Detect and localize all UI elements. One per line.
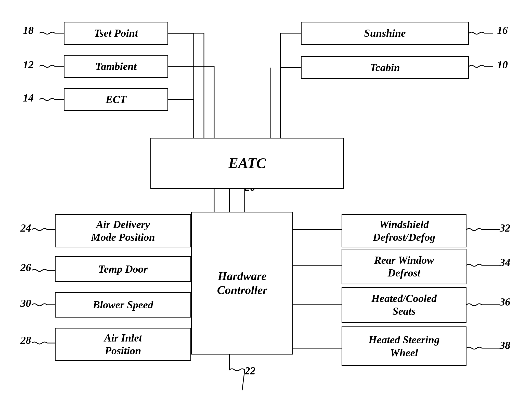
diagram: 18 12 14 16 10 20 22 24 26 30 28 32 34 3… (0, 0, 532, 417)
label-26: 26 (20, 261, 31, 274)
sunshine-box: Sunshine (301, 22, 469, 45)
ect-box: ECT (64, 88, 168, 111)
blower-speed-box: Blower Speed (55, 292, 191, 318)
label-38: 38 (500, 339, 510, 351)
heated-cooled-seats-box: Heated/Cooled Seats (342, 287, 466, 323)
temp-door-box: Temp Door (55, 256, 191, 282)
label-18: 18 (23, 24, 34, 36)
label-10: 10 (497, 59, 508, 71)
eatc-box: EATC (150, 138, 344, 189)
label-14: 14 (23, 92, 34, 104)
tset-point-box: Tset Point (64, 22, 168, 45)
air-delivery-box: Air Delivery Mode Position (55, 214, 191, 247)
label-24: 24 (20, 222, 31, 234)
label-22: 22 (245, 365, 255, 377)
tcabin-box: Tcabin (301, 56, 469, 79)
label-36: 36 (500, 296, 510, 308)
label-32: 32 (500, 222, 510, 234)
label-30: 30 (20, 297, 31, 309)
heated-steering-wheel-box: Heated Steering Wheel (342, 326, 466, 366)
air-inlet-box: Air Inlet Position (55, 328, 191, 361)
label-28: 28 (20, 334, 31, 346)
hardware-controller-box: Hardware Controller (191, 212, 293, 355)
tambient-box: Tambient (64, 55, 168, 78)
windshield-defrost-box: Windshield Defrost/Defog (342, 214, 466, 247)
label-12: 12 (23, 59, 34, 71)
rear-window-defrost-box: Rear Window Defrost (342, 249, 466, 284)
label-16: 16 (497, 24, 508, 36)
label-34: 34 (500, 256, 510, 269)
